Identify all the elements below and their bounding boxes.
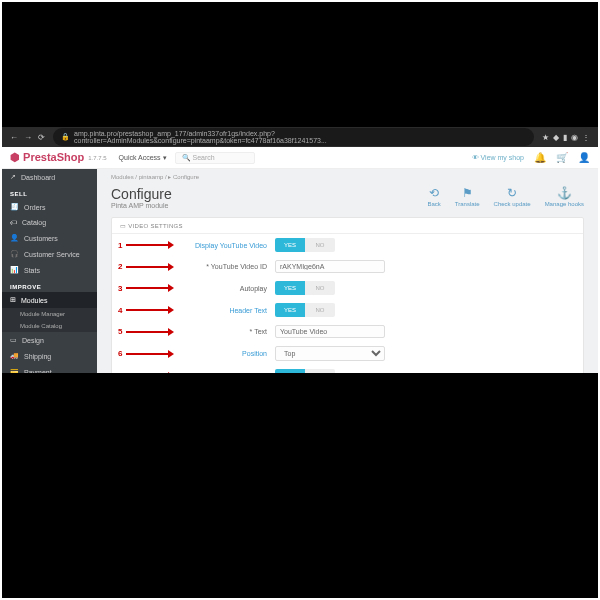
annotation-arrow	[126, 328, 174, 336]
ext-icon[interactable]: ★	[542, 133, 549, 142]
breadcrumb: Modules / pintaamp / ▸ Configure	[97, 169, 598, 184]
url-bar[interactable]: 🔒 amp.pinta.pro/prestashop_amp_177/admin…	[53, 128, 534, 146]
logo: ⬢ PrestaShop	[10, 151, 84, 164]
toggle[interactable]: YESNO	[275, 369, 335, 373]
view-shop-link[interactable]: 👁 View my shop	[472, 154, 524, 161]
ext-icon[interactable]: ◉	[571, 133, 578, 142]
annotation-number: 7	[118, 372, 122, 373]
setting-row: 6PositionTop	[112, 342, 583, 365]
sidebar-item-customer-service[interactable]: 🎧 Customer Service	[2, 246, 97, 262]
annotation-arrow	[126, 241, 174, 249]
page-subtitle: Pinta AMP module	[111, 202, 172, 209]
text-input[interactable]	[275, 325, 385, 338]
letterbox-top	[2, 2, 598, 127]
annotation-number: 5	[118, 327, 122, 336]
annotation-arrow	[126, 306, 174, 314]
annotation-number: 2	[118, 262, 122, 271]
url-text: amp.pinta.pro/prestashop_amp_177/admin33…	[74, 130, 526, 144]
lock-icon: 🔒	[61, 133, 70, 141]
settings-panel: ▭ VIDEO SETTINGS 1Display YouTube VideoY…	[111, 217, 584, 373]
annotation-arrow	[126, 263, 174, 271]
sidebar-item-payment[interactable]: 💳 Payment	[2, 364, 97, 373]
annotation-arrow	[126, 284, 174, 292]
action-manage-hooks[interactable]: ⚓Manage hooks	[545, 186, 584, 207]
annotation-number: 1	[118, 241, 122, 250]
main-content: Modules / pintaamp / ▸ Configure Configu…	[97, 147, 598, 373]
cart-icon[interactable]: 🛒	[556, 152, 568, 163]
ext-icon[interactable]: ◆	[553, 133, 559, 142]
sidebar-item-shipping[interactable]: 🚚 Shipping	[2, 348, 97, 364]
action-check-update[interactable]: ↻Check update	[494, 186, 531, 207]
avatar[interactable]: 👤	[578, 152, 590, 163]
letterbox-bottom	[2, 373, 598, 599]
sidebar-item-stats[interactable]: 📊 Stats	[2, 262, 97, 278]
setting-row: 1Display YouTube VideoYESNO	[112, 234, 583, 256]
sidebar-sub-module-catalog[interactable]: Module Catalog	[2, 320, 97, 332]
quick-access[interactable]: Quick Access ▾	[119, 154, 167, 162]
action-translate[interactable]: ⚑Translate	[455, 186, 480, 207]
sidebar-item-dashboard[interactable]: ↗ Dashboard	[2, 169, 97, 185]
toggle[interactable]: YESNO	[275, 238, 335, 252]
version: 1.7.7.5	[88, 155, 106, 161]
annotation-arrow	[126, 372, 174, 373]
toggle[interactable]: YESNO	[275, 303, 335, 317]
reload-icon[interactable]: ⟳	[38, 133, 45, 142]
forward-icon[interactable]: →	[24, 133, 32, 142]
search-input[interactable]: 🔍 Search	[175, 152, 255, 164]
toggle[interactable]: YESNO	[275, 281, 335, 295]
setting-row: 4Header TextYESNO	[112, 299, 583, 321]
page-title: Configure	[111, 186, 172, 202]
sidebar-item-design[interactable]: ▭ Design	[2, 332, 97, 348]
setting-row: 5* Text	[112, 321, 583, 342]
panel-title: ▭ VIDEO SETTINGS	[112, 218, 583, 234]
setting-row: 7Display Dailymotion VideoYESNO	[112, 365, 583, 373]
sidebar-section-sell: SELL	[2, 185, 97, 199]
sidebar-item-catalog[interactable]: 🏷 Catalog	[2, 215, 97, 230]
top-bar: ⬢ PrestaShop 1.7.7.5 Quick Access ▾ 🔍 Se…	[2, 147, 598, 169]
action-back[interactable]: ⟲Back	[427, 186, 440, 207]
annotation-number: 4	[118, 306, 122, 315]
ext-icon[interactable]: ⋮	[582, 133, 590, 142]
annotation-arrow	[126, 350, 174, 358]
select-input[interactable]: Top	[275, 346, 385, 361]
sidebar-item-modules[interactable]: ⊞ Modules	[2, 292, 97, 308]
annotation-number: 3	[118, 284, 122, 293]
sidebar-item-orders[interactable]: 🧾 Orders	[2, 199, 97, 215]
text-input[interactable]	[275, 260, 385, 273]
setting-row: 3AutoplayYESNO	[112, 277, 583, 299]
sidebar-section-improve: IMPROVE	[2, 278, 97, 292]
back-icon[interactable]: ←	[10, 133, 18, 142]
browser-chrome: ← → ⟳ 🔒 amp.pinta.pro/prestashop_amp_177…	[2, 127, 598, 147]
annotation-number: 6	[118, 349, 122, 358]
sidebar: ↗ Dashboard SELL 🧾 Orders 🏷 Catalog 👤 Cu…	[2, 147, 97, 373]
sidebar-sub-module-manager[interactable]: Module Manager	[2, 308, 97, 320]
setting-row: 2* YouTube Video ID	[112, 256, 583, 277]
ext-icon[interactable]: ▮	[563, 133, 567, 142]
notifications-icon[interactable]: 🔔	[534, 152, 546, 163]
sidebar-item-customers[interactable]: 👤 Customers	[2, 230, 97, 246]
